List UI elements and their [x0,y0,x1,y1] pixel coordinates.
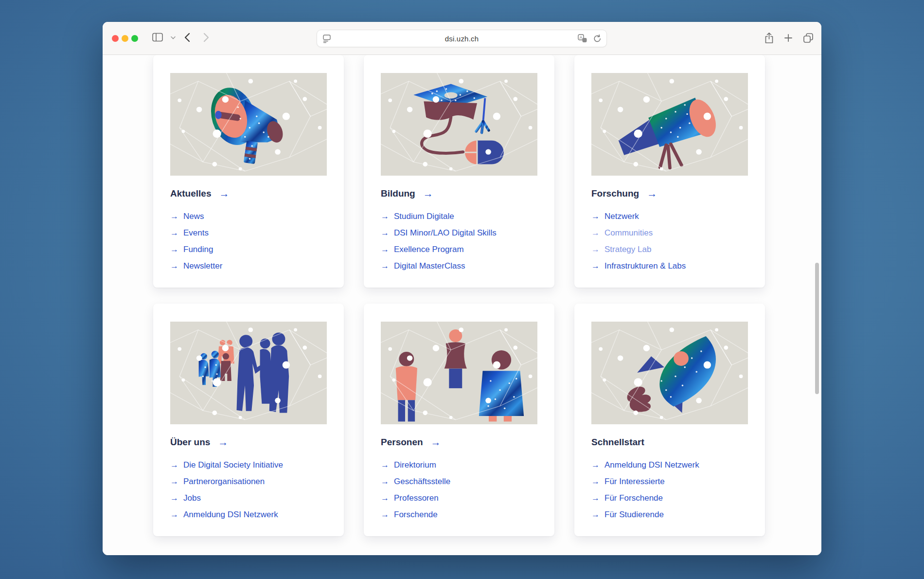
link-professoren[interactable]: →Professoren [381,493,537,503]
link-die-digital-society-initiative[interactable]: →Die Digital Society Initiative [170,460,327,470]
arrow-right-icon: → [219,189,229,199]
link-funding[interactable]: →Funding [170,245,327,254]
link-news[interactable]: →News [170,212,327,221]
card-title-forschung[interactable]: Forschung → [591,188,748,199]
link-jobs[interactable]: →Jobs [170,493,327,503]
link-label: Funding [183,245,213,254]
new-tab-icon[interactable] [784,34,793,42]
link-label: Jobs [183,493,201,503]
arrow-right-icon: → [591,261,600,271]
card-links: →Netzwerk →Communities →Strategy Lab →In… [591,212,748,271]
link-label: Forschende [394,510,438,520]
reload-icon[interactable] [593,34,602,45]
link-label: Exellence Program [394,245,464,254]
arrow-right-icon: → [170,212,178,221]
link-fuer-forschende[interactable]: →Für Forschende [591,493,748,503]
link-newsletter[interactable]: →Newsletter [170,261,327,271]
link-anmeldung-dsi-netzwerk[interactable]: →Anmeldung DSI Netzwerk [170,510,327,520]
card-title-ueber-uns[interactable]: Über uns → [170,437,327,448]
link-studium-digitale[interactable]: →Studium Digitale [381,212,537,221]
link-label: Für Forschende [604,493,663,503]
link-label: Die Digital Society Initiative [183,460,283,470]
arrow-right-icon: → [170,228,178,238]
link-geschaeftsstelle[interactable]: →Geschäftsstelle [381,477,537,487]
arrow-right-icon: → [218,437,228,447]
rocket-illustration [591,322,748,424]
translate-icon[interactable]: A [578,34,587,45]
address-bar[interactable]: dsi.uzh.ch A [317,30,607,47]
browser-window: dsi.uzh.ch A [103,22,821,555]
people-group-illustration [170,322,327,424]
card-title-label: Schnellstart [591,437,644,448]
back-icon[interactable] [184,33,190,42]
link-label: Anmeldung DSI Netzwerk [183,510,278,520]
arrow-right-icon: → [170,510,178,520]
link-direktorium[interactable]: →Direktorium [381,460,537,470]
link-label: Digital MasterClass [394,261,465,271]
link-label: Studium Digitale [394,212,454,221]
telescope-illustration [591,73,748,176]
card-title-aktuelles[interactable]: Aktuelles → [170,188,327,199]
card-title-label: Personen [381,437,423,448]
minimize-window-button[interactable] [122,35,128,42]
three-persons-illustration [381,322,537,424]
chevron-down-icon[interactable] [171,36,176,39]
link-strategy-lab[interactable]: →Strategy Lab [591,245,748,254]
reader-icon[interactable] [323,35,331,45]
close-window-button[interactable] [112,35,119,42]
link-digital-masterclass[interactable]: →Digital MasterClass [381,261,537,271]
link-partnerorganisationen[interactable]: →Partnerorganisationen [170,477,327,487]
arrow-right-icon: → [423,189,433,199]
arrow-right-icon: → [591,245,600,254]
card-forschung: Forschung → →Netzwerk →Communities →Stra… [574,55,765,288]
link-infrastrukturen-labs[interactable]: →Infrastrukturen & Labs [591,261,748,271]
link-fuer-interessierte[interactable]: →Für Interessierte [591,477,748,487]
arrow-right-icon: → [591,477,600,487]
card-title-personen[interactable]: Personen → [381,437,537,448]
link-anmeldung-dsi-netzwerk[interactable]: →Anmeldung DSI Netzwerk [591,460,748,470]
link-label: Events [183,228,209,238]
arrow-right-icon: → [381,510,389,520]
browser-toolbar: dsi.uzh.ch A [103,22,821,55]
arrow-right-icon: → [381,261,389,271]
link-label: Professoren [394,493,439,503]
link-label: Anmeldung DSI Netzwerk [604,460,699,470]
arrow-right-icon: → [170,261,178,271]
sidebar-toggle-icon[interactable] [152,33,163,42]
link-netzwerk[interactable]: →Netzwerk [591,212,748,221]
link-label: Communities [604,228,653,238]
card-title-label: Über uns [170,437,210,448]
card-title-schnellstart: Schnellstart [591,437,748,448]
link-label: Geschäftsstelle [394,477,450,487]
scrollbar-thumb[interactable] [815,263,819,394]
tab-overview-icon[interactable] [803,33,814,43]
arrow-right-icon: → [170,493,178,503]
link-label: Netzwerk [604,212,639,221]
arrow-right-icon: → [381,460,389,470]
card-title-bildung[interactable]: Bildung → [381,188,537,199]
arrow-right-icon: → [381,477,389,487]
arrow-right-icon: → [591,460,600,470]
card-personen: Personen → →Direktorium →Geschäftsstelle… [364,304,554,536]
link-communities[interactable]: →Communities [591,228,748,238]
card-aktuelles: Aktuelles → →News →Events →Funding →News… [153,55,344,288]
card-links: →Direktorium →Geschäftsstelle →Professor… [381,460,537,520]
link-label: Strategy Lab [604,245,651,254]
link-label: News [183,212,204,221]
share-icon[interactable] [764,32,774,44]
arrow-right-icon: → [170,477,178,487]
arrow-right-icon: → [170,245,178,254]
link-dsi-minor-lao-digital-skills[interactable]: →DSI Minor/LAO Digital Skills [381,228,537,238]
link-exellence-program[interactable]: →Exellence Program [381,245,537,254]
forward-icon[interactable] [203,33,209,42]
page-content: Aktuelles → →News →Events →Funding →News… [103,55,821,555]
arrow-right-icon: → [381,493,389,503]
link-forschende[interactable]: →Forschende [381,510,537,520]
zoom-window-button[interactable] [131,35,138,42]
link-label: Für Interessierte [604,477,665,487]
link-events[interactable]: →Events [170,228,327,238]
link-label: DSI Minor/LAO Digital Skills [394,228,497,238]
link-fuer-studierende[interactable]: →Für Studierende [591,510,748,520]
arrow-right-icon: → [170,460,178,470]
link-label: Infrastrukturen & Labs [604,261,686,271]
